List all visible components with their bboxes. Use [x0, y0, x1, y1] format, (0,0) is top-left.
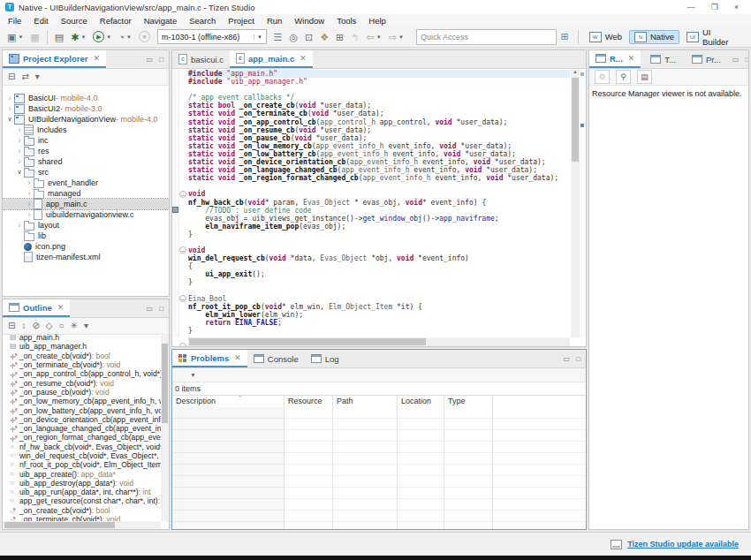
view-menu-icon[interactable]: ▾	[35, 70, 40, 84]
open-perspective-button[interactable]: ⊞	[557, 31, 572, 42]
tree-item-uibuildernavigationview[interactable]: ∨UIBuilderNavigationView - mobile-4.0	[3, 114, 169, 125]
tree-item-res[interactable]: ›res	[3, 146, 169, 156]
outline-item[interactable]: ✛s_on_low_battery_cb(app_event_info_h, v…	[3, 405, 161, 414]
tab-r[interactable]: R...✕	[589, 50, 641, 68]
expander-icon[interactable]: ›	[15, 157, 24, 166]
editor-hscrollbar[interactable]	[188, 337, 570, 346]
view-list-icon[interactable]: ▤	[637, 70, 652, 84]
chevron-down-icon[interactable]: ▼	[80, 34, 86, 40]
menu-search[interactable]: Search	[183, 16, 222, 26]
maximize-icon[interactable]: □	[159, 56, 163, 64]
pin-icon[interactable]: ⚲	[616, 70, 631, 84]
menu-refactor[interactable]: Refactor	[94, 16, 138, 26]
outline-item[interactable]: ✛s_on_device_orientation_cb(app_event_in…	[3, 415, 161, 424]
outline-item[interactable]: ✛s_on_app_control_cb(app_control_h, void…	[3, 369, 161, 378]
tab-console[interactable]: Console	[247, 350, 305, 367]
folding-ruler[interactable]: ––––	[179, 69, 187, 337]
outline-vscrollbar[interactable]	[161, 333, 169, 521]
tab-project-explorer[interactable]: Project Explorer ✕	[3, 50, 106, 68]
code-editor[interactable]: #include "app_main.h"#include "uib_app_m…	[188, 70, 570, 337]
expander-icon[interactable]: ›	[25, 200, 34, 208]
device-manager-button[interactable]: ◎	[286, 29, 300, 45]
outline-item[interactable]: ✛s_on_terminate_cb(void*) : void	[3, 360, 161, 369]
outline-item[interactable]: ○nf_hw_back_cb(void*, Evas_Object*, void…	[3, 443, 161, 451]
tree-item-uibuildernavigationview.c[interactable]: ›uibuildernavigationview.c	[3, 209, 169, 220]
outline-item[interactable]: ○app_get_resource(const char*, char*, in…	[3, 496, 161, 505]
connected-device-combo[interactable]: m-1030-1 (offline-x86)▼	[157, 29, 267, 44]
tab-pr[interactable]: Pr...	[686, 50, 727, 68]
chevron-down-icon[interactable]: ▼	[126, 34, 132, 40]
tab-log[interactable]: Log	[305, 350, 345, 367]
tree-item-managed[interactable]: ›managed	[3, 188, 169, 199]
editor-tab-app_main.c[interactable]: capp_main.c✕	[230, 50, 313, 68]
link-with-editor-icon[interactable]: ⇄	[21, 70, 28, 84]
outline-item[interactable]: ▤uib_app_manager.h	[3, 342, 161, 351]
minimize-icon[interactable]: ▭	[564, 355, 571, 363]
tab-problems[interactable]: Problems✕	[172, 350, 247, 367]
hide-non-public-members-icon[interactable]: ○	[58, 319, 64, 333]
maximize-icon[interactable]: □	[745, 56, 749, 64]
maximize-icon[interactable]: □	[576, 355, 580, 363]
outline-item[interactable]: ○uib_app_destroy(app_data*) : void	[3, 479, 161, 488]
view-menu-icon[interactable]: ▾	[84, 319, 88, 333]
tizen-update-link[interactable]: Tizen Studio update available	[627, 540, 739, 549]
fold-collapse-icon[interactable]: –	[179, 246, 186, 254]
tab-outline[interactable]: Outline ✕	[3, 299, 70, 317]
fold-collapse-icon[interactable]: –	[179, 191, 186, 198]
new-wizard-button[interactable]: ▣▼	[4, 29, 26, 45]
hide-static-members-icon[interactable]: ◇	[46, 319, 53, 333]
expander-icon[interactable]: ∨	[15, 169, 24, 176]
tree-item-includes[interactable]: ›Includes	[3, 125, 169, 135]
close-icon[interactable]: ✕	[57, 303, 64, 312]
close-icon[interactable]: ✕	[93, 54, 100, 63]
menu-window[interactable]: Window	[288, 16, 330, 26]
filters-icon[interactable]: ✳	[71, 319, 78, 333]
tree-item-layout[interactable]: ›layout	[3, 220, 169, 231]
fold-collapse-icon[interactable]: –	[179, 343, 186, 347]
chevron-down-icon[interactable]: ▼	[376, 34, 382, 40]
close-button[interactable]: ×	[734, 3, 739, 11]
chevron-down-icon[interactable]: ▼	[18, 34, 23, 40]
menu-edit[interactable]: Edit	[27, 16, 54, 26]
menu-tools[interactable]: Tools	[330, 16, 362, 26]
editor-tab-basicui.c[interactable]: cbasicui.c	[172, 50, 230, 68]
outline-item[interactable]: ✛s_on_resume_cb(void*) : void	[3, 378, 161, 387]
sort-icon[interactable]: ↕	[21, 319, 26, 333]
minimize-icon[interactable]: ▭	[147, 305, 154, 313]
expander-icon[interactable]: ›	[25, 189, 34, 198]
minimize-button[interactable]: —	[687, 3, 695, 11]
outline-item[interactable]: ○uib_app_create() : app_data*	[3, 469, 161, 478]
outline-item[interactable]: ✛s_on_region_format_changed_cb(app_event…	[3, 433, 161, 442]
quick-access-input[interactable]	[416, 29, 558, 45]
menu-help[interactable]: Help	[362, 16, 392, 26]
build-project-button[interactable]: ▤	[52, 29, 66, 45]
tree-item-icon.png[interactable]: icon.png	[3, 241, 169, 252]
tree-item-basicui2[interactable]: ›BasicUI2 - mobile-3.0	[3, 103, 169, 114]
close-icon[interactable]: ✕	[300, 54, 307, 63]
debug-button[interactable]: ✱▼	[68, 29, 88, 45]
minimize-icon[interactable]: ▭	[732, 56, 740, 64]
outline-item[interactable]: ○uib_app_run(app_data*, int, char**) : i…	[3, 488, 161, 496]
expander-icon[interactable]: ›	[15, 125, 24, 134]
hide-fields-icon[interactable]: ⊘	[32, 319, 39, 333]
tree-item-event_handler[interactable]: ›event_handler	[3, 178, 169, 188]
chevron-down-icon[interactable]: ▼	[254, 34, 266, 40]
outline-item[interactable]: ○nf_root_it_pop_cb(void*, Elm_Object_Ite…	[3, 460, 161, 469]
menu-run[interactable]: Run	[261, 16, 288, 26]
tree-item-app_main.c[interactable]: ›app_main.c	[3, 199, 169, 209]
remote-device-manager-button[interactable]: ⊞	[333, 29, 346, 45]
chevron-down-icon[interactable]: ▼	[398, 34, 404, 40]
collapse-all-icon[interactable]: ⊟	[8, 70, 15, 84]
close-icon[interactable]: ✕	[628, 54, 635, 63]
overview-ruler[interactable]	[579, 69, 586, 337]
expander-icon[interactable]: ›	[15, 147, 24, 155]
outline-item[interactable]: ○s_on_terminate_cb(void*) : void	[3, 515, 161, 521]
outline-item[interactable]: ✛s_on_language_changed_cb(app_event_info…	[3, 424, 161, 433]
run-button[interactable]: ▶▼	[90, 29, 114, 45]
perspective-native[interactable]: NNative	[629, 30, 679, 44]
menu-source[interactable]: Source	[55, 16, 94, 26]
tree-item-src[interactable]: ∨src	[3, 167, 169, 178]
expander-icon[interactable]: ›	[5, 104, 14, 113]
chevron-down-icon[interactable]: ▼	[106, 34, 111, 40]
tree-item-tizen-manifest.xml[interactable]: tizen-manifest.xml	[3, 252, 169, 262]
